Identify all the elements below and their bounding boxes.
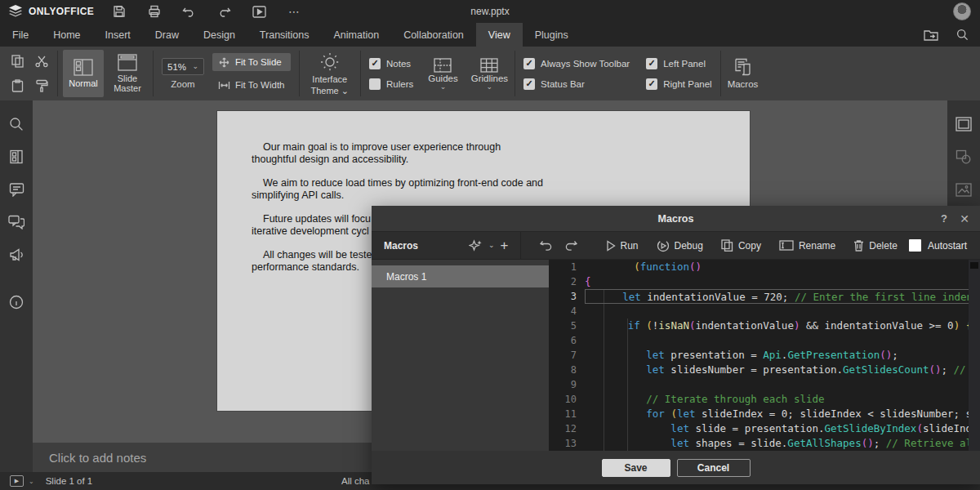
comments-icon[interactable] (8, 181, 24, 198)
code-line-3[interactable]: 3 let indentationValue = 720; // Enter t… (549, 289, 980, 304)
right-panel-checkbox[interactable]: ✓ (646, 78, 657, 90)
cut-icon[interactable] (31, 51, 52, 72)
code-line-4[interactable]: 4 (549, 304, 980, 318)
macros-panel-header: Macros (384, 240, 466, 252)
code-line-8[interactable]: 8 let slidesNumber = presentation.GetSli… (549, 363, 980, 377)
view-normal-button[interactable]: Normal (63, 50, 104, 97)
zoom-select[interactable]: 51% ⌄ (162, 58, 204, 75)
tab-plugins[interactable]: Plugins (523, 23, 581, 47)
run-button[interactable]: Run (599, 238, 645, 254)
code-line-13[interactable]: 13 let shapes = slide.GetAllShapes(); //… (549, 436, 980, 451)
macros-dialog-title: Macros (658, 213, 694, 225)
tab-view[interactable]: View (476, 23, 523, 47)
code-line-10[interactable]: 10 // Iterate through each slide (549, 392, 980, 407)
tab-home[interactable]: Home (41, 23, 92, 47)
line-number: 4 (549, 305, 585, 317)
autostart-label: Autostart (928, 240, 967, 252)
slide-settings-icon[interactable] (956, 116, 972, 132)
redo-icon[interactable] (217, 5, 231, 19)
code-line-12[interactable]: 12 let slide = presentation.GetSlideByIn… (549, 421, 980, 436)
rename-button[interactable]: Rename (773, 238, 842, 254)
slide-master-button[interactable]: Slide Master (107, 50, 148, 97)
code-line-1[interactable]: 1 (function() (549, 260, 980, 274)
avatar[interactable] (953, 2, 971, 20)
tab-design[interactable]: Design (191, 23, 247, 47)
debug-button[interactable]: Debug (650, 237, 710, 255)
code-line-11[interactable]: 11 for (let slideIndex = 0; slideIndex <… (549, 407, 980, 421)
macro-list-item[interactable]: Macros 1 (372, 265, 549, 287)
find-icon[interactable] (8, 116, 24, 132)
start-slideshow-statusbar-icon[interactable]: ▶ (10, 475, 24, 487)
code-line-5[interactable]: 5 if (!isNaN(indentationValue) && indent… (549, 318, 980, 333)
paste-icon[interactable] (7, 75, 28, 96)
shape-settings-icon[interactable] (956, 149, 972, 165)
tab-animation[interactable]: Animation (322, 23, 392, 47)
code-line-7[interactable]: 7 let presentation = Api.GetPresentation… (549, 348, 980, 363)
save-button[interactable]: Save (602, 459, 670, 477)
tab-transitions[interactable]: Transitions (247, 23, 322, 47)
feedback-icon[interactable] (8, 247, 24, 263)
status-bar-checkbox[interactable]: ✓ (523, 78, 535, 90)
rulers-checkbox[interactable] (369, 78, 381, 90)
chevron-down-icon[interactable]: ⌄ (486, 243, 497, 248)
close-icon[interactable]: ✕ (960, 212, 969, 225)
search-icon[interactable] (956, 29, 969, 41)
rulers-toggle[interactable]: Rulers (369, 78, 413, 90)
macros-dialog-header[interactable]: Macros ? ✕ (372, 206, 980, 232)
right-panel-toggle[interactable]: ✓ Right Panel (646, 78, 711, 90)
cancel-button[interactable]: Cancel (677, 459, 751, 477)
always-show-toolbar-toggle[interactable]: ✓ Always Show Toolbar (523, 58, 630, 69)
notes-checkbox[interactable]: ✓ (369, 58, 381, 69)
slides-panel-icon[interactable] (8, 149, 24, 165)
copy-macro-button[interactable]: Copy (715, 237, 768, 254)
macro-redo-icon[interactable] (561, 239, 581, 252)
copy-icon[interactable] (7, 51, 28, 72)
interface-theme-button[interactable]: Interface Theme ⌄ (300, 51, 361, 96)
fit-to-slide-button[interactable]: Fit To Slide (212, 53, 291, 71)
macros-button[interactable]: Macros (721, 58, 765, 89)
macro-undo-icon[interactable] (536, 239, 556, 252)
onlyoffice-logo-icon (8, 5, 23, 18)
tab-file[interactable]: File (0, 23, 41, 47)
always-show-toolbar-checkbox[interactable]: ✓ (523, 58, 535, 69)
fit-to-width-button[interactable]: Fit To Width (212, 76, 291, 94)
autostart-toggle[interactable]: Autostart (909, 239, 967, 252)
left-panel-label: Left Panel (663, 59, 706, 69)
gridlines-button[interactable]: Gridlines ⌄ (465, 58, 514, 90)
left-panel-toggle[interactable]: ✓ Left Panel (646, 58, 711, 69)
print-icon[interactable] (147, 5, 161, 19)
macros-dialog: Macros ? ✕ Macros ⌄ + (372, 206, 980, 484)
about-icon[interactable] (8, 294, 24, 310)
tab-draw[interactable]: Draw (143, 23, 191, 47)
delete-button[interactable]: Delete (847, 237, 904, 254)
guides-button[interactable]: Guides ⌄ (421, 58, 464, 90)
left-panel-checkbox[interactable]: ✓ (646, 58, 657, 69)
line-number: 10 (549, 394, 585, 405)
format-painter-icon[interactable] (31, 75, 52, 96)
line-number: 1 (549, 261, 585, 273)
scrollbar-thumb[interactable] (970, 262, 978, 269)
help-button[interactable]: ? (941, 212, 947, 225)
status-bar-toggle[interactable]: ✓ Status Bar (523, 78, 630, 90)
fit-to-width-label: Fit To Width (235, 80, 285, 90)
code-scrollbar[interactable] (969, 260, 980, 451)
more-icon[interactable]: ⋯ (287, 5, 301, 19)
open-file-location-icon[interactable] (924, 29, 938, 41)
code-line-2[interactable]: 2{ (549, 274, 980, 289)
always-show-toolbar-label: Always Show Toolbar (541, 59, 630, 69)
undo-icon[interactable] (182, 5, 196, 19)
autostart-checkbox[interactable] (909, 239, 921, 252)
chevron-down-icon[interactable]: ⌄ (29, 478, 34, 485)
chat-icon[interactable] (8, 214, 24, 230)
add-macro-icon[interactable]: + (497, 238, 512, 254)
save-icon[interactable] (112, 5, 126, 19)
tab-insert[interactable]: Insert (93, 23, 143, 47)
tab-collaboration[interactable]: Collaboration (391, 23, 476, 47)
code-line-9[interactable]: 9 (549, 377, 980, 392)
code-line-6[interactable]: 6 (549, 333, 980, 348)
start-slideshow-icon[interactable] (252, 5, 266, 19)
image-settings-icon[interactable] (956, 181, 972, 198)
notes-toggle[interactable]: ✓ Notes (369, 58, 413, 69)
code-editor[interactable]: 1 (function()2{3 let indentationValue = … (549, 260, 980, 451)
ai-sparkle-icon[interactable] (466, 239, 486, 252)
